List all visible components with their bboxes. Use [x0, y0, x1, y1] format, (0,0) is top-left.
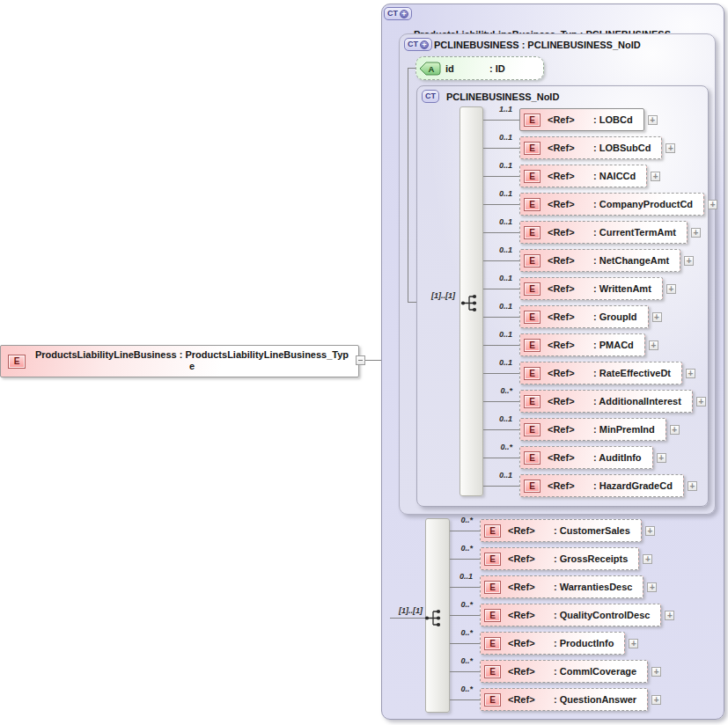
- connector-line: [450, 604, 480, 626]
- expand-icon[interactable]: +: [657, 453, 666, 463]
- expand-icon[interactable]: +: [686, 369, 695, 378]
- element-ref-box[interactable]: E <Ref> : AuditInfo: [519, 446, 653, 469]
- attribute-box-id[interactable]: A id : ID: [415, 56, 544, 80]
- ref-name: : CommlCoverage: [554, 666, 636, 677]
- expand-icon[interactable]: +: [651, 667, 661, 677]
- expand-icon[interactable]: +: [665, 611, 674, 620]
- middle-type-title[interactable]: PCLINEBUSINESS : PCLINEBUSINESS_NoID: [434, 40, 641, 51]
- expand-icon[interactable]: +: [652, 312, 662, 322]
- ref-name: : PMACd: [593, 340, 634, 350]
- ref-name: : MinPremInd: [593, 424, 655, 435]
- ref-name: : WarrantiesDesc: [554, 582, 632, 592]
- element-row: 0..1 E <Ref> : GroupId +: [483, 305, 662, 328]
- ct-label: CT: [425, 91, 436, 102]
- sequence-icon[interactable]: [423, 609, 445, 627]
- complex-type-icon: CT +: [384, 7, 412, 20]
- element-ref-box[interactable]: E <Ref> : CurrentTermAmt: [519, 221, 688, 244]
- expand-icon[interactable]: +: [629, 639, 638, 648]
- complex-type-icon: CT +: [404, 38, 432, 51]
- element-ref-box[interactable]: E <Ref> : WarrantiesDesc: [480, 575, 643, 598]
- expand-icon[interactable]: +: [665, 143, 675, 153]
- element-row: 0..1 E <Ref> : NetChangeAmt +: [483, 249, 694, 272]
- element-ref-box[interactable]: E <Ref> : NAICCd: [519, 165, 647, 187]
- ref-label: <Ref>: [548, 368, 593, 378]
- element-ref-box[interactable]: E <Ref> : CustomerSales: [480, 519, 642, 542]
- element-row: 0..1 E <Ref> : RateEffectiveDt +: [483, 362, 695, 384]
- ref-label: <Ref>: [548, 283, 593, 294]
- element-icon: E: [524, 480, 540, 493]
- svg-text:A: A: [429, 64, 435, 74]
- ref-label: <Ref>: [548, 227, 593, 238]
- inner-type-title[interactable]: PCLINEBUSINESS_NoID: [446, 92, 559, 103]
- ref-name: : AuditInfo: [593, 452, 642, 463]
- element-icon: E: [524, 254, 540, 267]
- collapse-icon[interactable]: [356, 355, 365, 365]
- ref-label: <Ref>: [508, 694, 554, 705]
- element-ref-box[interactable]: E <Ref> : GroupId: [519, 305, 649, 328]
- element-ref-box[interactable]: E <Ref> : RateEffectiveDt: [519, 362, 682, 384]
- ref-label: <Ref>: [508, 553, 554, 564]
- ct-label: CT: [387, 8, 398, 19]
- ref-label: <Ref>: [508, 525, 554, 536]
- expand-icon[interactable]: +: [651, 172, 660, 181]
- element-row: 0..1 E <Ref> : LOBSubCd +: [483, 136, 675, 159]
- element-row: 0..* E <Ref> : QualityControlDesc +: [450, 604, 674, 626]
- element-ref-box[interactable]: E <Ref> : PMACd: [519, 333, 645, 356]
- element-icon: E: [524, 226, 540, 239]
- expand-icon[interactable]: +: [647, 582, 657, 592]
- root-element-box[interactable]: E ProductsLiabilityLineBusiness : Produc…: [0, 345, 359, 377]
- complex-type-icon: CT: [422, 90, 439, 103]
- connector-line: [450, 632, 480, 655]
- expand-icon[interactable]: +: [688, 481, 697, 491]
- expand-icon[interactable]: +: [691, 228, 701, 238]
- ref-label: <Ref>: [548, 255, 593, 266]
- expand-icon[interactable]: +: [649, 341, 658, 350]
- expand-icon[interactable]: +: [651, 695, 661, 705]
- element-ref-box[interactable]: E <Ref> : WrittenAmt: [519, 277, 663, 300]
- ref-label: <Ref>: [548, 143, 593, 153]
- element-row: 0..* E <Ref> : AdditionalInterest +: [483, 390, 706, 413]
- element-row: 0..1 E <Ref> : WrittenAmt +: [483, 277, 676, 300]
- element-ref-box[interactable]: E <Ref> : ProductInfo: [480, 632, 625, 655]
- element-ref-box[interactable]: E <Ref> : AdditionalInterest: [519, 390, 693, 413]
- element-row: 1..1 E <Ref> : LOBCd +: [483, 108, 658, 131]
- element-ref-box[interactable]: E <Ref> : NetChangeAmt: [519, 249, 680, 272]
- expand-icon[interactable]: +: [696, 397, 706, 406]
- element-icon: E: [524, 114, 540, 127]
- ref-label: <Ref>: [548, 424, 593, 435]
- element-ref-box[interactable]: E <Ref> : MinPremInd: [519, 418, 666, 441]
- expand-icon[interactable]: +: [648, 115, 658, 125]
- expand-icon[interactable]: +: [708, 200, 717, 209]
- element-row: 0..1 E <Ref> : WarrantiesDesc +: [450, 575, 657, 598]
- expand-icon[interactable]: +: [666, 284, 676, 294]
- connector-line: [450, 688, 480, 711]
- connector-line: [408, 68, 408, 303]
- element-ref-box[interactable]: E <Ref> : HazardGradeCd: [519, 474, 684, 497]
- element-icon: E: [524, 142, 540, 155]
- element-icon: E: [524, 198, 540, 211]
- expand-icon[interactable]: +: [645, 526, 655, 536]
- connector-line: [450, 547, 480, 570]
- element-ref-box[interactable]: E <Ref> : CompanyProductCd: [519, 193, 704, 216]
- expand-icon[interactable]: +: [684, 256, 694, 266]
- element-ref-box[interactable]: E <Ref> : GrossReceipts: [480, 547, 639, 570]
- element-ref-box[interactable]: E <Ref> : QualityControlDesc: [480, 604, 661, 626]
- element-row: 0..1 E <Ref> : CompanyProductCd +: [483, 193, 717, 216]
- connector-line: [483, 362, 519, 384]
- ref-name: : NAICCd: [593, 171, 636, 181]
- expand-icon[interactable]: +: [643, 554, 652, 564]
- element-ref-box[interactable]: E <Ref> : CommlCoverage: [480, 660, 648, 683]
- connector-line: [483, 221, 519, 244]
- ref-label: <Ref>: [548, 114, 593, 125]
- attribute-icon: A: [419, 61, 442, 77]
- connector-line: [483, 333, 519, 356]
- element-ref-box[interactable]: E <Ref> : QuestionAnswer: [480, 688, 648, 711]
- schema-diagram-canvas: CT + ProductsLiabilityLineBusiness_Typ :…: [0, 0, 728, 725]
- connector-line: [450, 575, 480, 598]
- element-row: 0..1 E <Ref> : MinPremInd +: [483, 418, 680, 441]
- element-ref-box[interactable]: E <Ref> : LOBSubCd: [519, 136, 662, 159]
- ref-name: : CompanyProductCd: [593, 199, 693, 209]
- element-row: 0..* E <Ref> : AuditInfo +: [483, 446, 666, 469]
- expand-icon[interactable]: +: [670, 425, 680, 435]
- element-ref-box[interactable]: E <Ref> : LOBCd: [519, 108, 644, 131]
